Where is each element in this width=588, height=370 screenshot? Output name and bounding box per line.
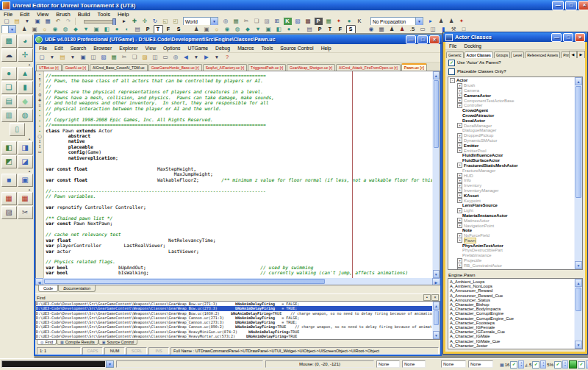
tree-item-crowdattractor[interactable]: CrowdAttractor bbox=[448, 113, 574, 118]
cut-icon[interactable]: ✂ bbox=[120, 53, 129, 62]
browser-tab-referenced-assets[interactable]: Referenced Assets bbox=[525, 51, 560, 58]
viewport-shade-icon[interactable]: ◐ bbox=[295, 25, 304, 34]
paste-icon[interactable]: ▨ bbox=[140, 53, 150, 62]
gutter-icon[interactable]: ↧ bbox=[37, 144, 43, 149]
file-tab-gearai[interactable]: GearAI.uc [r] bbox=[62, 64, 89, 71]
gutter-icon[interactable]: ▪ bbox=[37, 113, 43, 118]
browser-tab-generic[interactable]: Generic bbox=[446, 51, 464, 58]
viewport-grid-icon[interactable]: ▤ bbox=[305, 25, 315, 34]
ude-menu-item-search[interactable]: Search bbox=[67, 46, 90, 51]
scroll-up-icon[interactable]: ▲ bbox=[575, 77, 582, 85]
list-item[interactable]: A_Character_Jester bbox=[448, 344, 574, 348]
find-result-row[interactable]: D:\UE3-Code\Development\Src\GearGameCont… bbox=[36, 311, 432, 316]
select-inside-icon[interactable]: ▦ bbox=[1, 192, 17, 205]
code-line[interactable]: // Pawns have a mesh, collision, and phy… bbox=[46, 95, 431, 100]
ude-menu-item-options[interactable]: Options bbox=[159, 46, 184, 51]
tree-item-inventorymanager[interactable]: +InventoryManager bbox=[448, 188, 574, 193]
tree-item-droppedpickup[interactable]: +DroppedPickup bbox=[448, 133, 574, 138]
minimize-button[interactable]: — bbox=[406, 35, 416, 44]
add-special-icon[interactable]: ■ bbox=[1, 174, 17, 187]
tree-item-decalactor[interactable]: DecalActor bbox=[448, 118, 574, 123]
tree-item-matineeactor[interactable]: +MatineeActor bbox=[448, 218, 574, 223]
far-clip-slider[interactable] bbox=[84, 20, 116, 24]
code-editor[interactable]: ▪¶ƒ◦Φ✚≡▪▪▪▪▪◯↥↧▭ //=====================… bbox=[35, 71, 440, 278]
terrain-mode-icon[interactable]: ☁ bbox=[1, 49, 17, 62]
find-panel-header[interactable]: Find • × bbox=[35, 293, 440, 301]
forward-dropdown-icon[interactable]: ▾ bbox=[212, 53, 222, 62]
ude-menu-item-help[interactable]: Help bbox=[318, 46, 335, 51]
expand-icon[interactable]: + bbox=[457, 103, 462, 108]
scrollbar-thumb[interactable] bbox=[434, 80, 439, 148]
tree-item-fluidinfluenceactor[interactable]: FluidInfluenceActor bbox=[448, 153, 574, 158]
viewport-dot-icon[interactable]: ● bbox=[284, 25, 294, 34]
class-browser-icon[interactable]: ▧ bbox=[99, 53, 109, 62]
expand-icon[interactable]: + bbox=[457, 208, 462, 213]
tree-item-decalmanager[interactable]: +DecalManager bbox=[448, 123, 574, 128]
code-line[interactable]: var const float MaxStepHeight, bbox=[46, 166, 431, 171]
file-tab-triggeredpath[interactable]: TriggeredPath.uc [r] bbox=[248, 64, 286, 71]
expand-icon[interactable]: + bbox=[457, 163, 462, 168]
browser-tab-actor-classes[interactable]: Actor Classes bbox=[465, 51, 493, 58]
frame-brush-icon[interactable]: ▯ bbox=[10, 123, 25, 136]
code-line[interactable]: // bbox=[46, 84, 431, 89]
scroll-up-icon[interactable]: ▲ bbox=[575, 279, 582, 287]
code-line[interactable]: var bool bIsWalking; // currently walkin… bbox=[46, 270, 431, 275]
checked-checkbox[interactable]: ✓ bbox=[448, 60, 455, 66]
layout-one-icon[interactable]: ▭ bbox=[418, 25, 428, 34]
gutter-icon[interactable]: ▪ bbox=[37, 129, 43, 134]
code-line[interactable]: // cache net relevancy test bbox=[46, 232, 431, 237]
add-volume-icon[interactable]: ▣ bbox=[18, 174, 33, 187]
workspace-icon[interactable]: ◫ bbox=[89, 53, 98, 62]
file-tab-gearweap_shotgun[interactable]: GearWeap_Shotgun.uc [r] bbox=[287, 64, 335, 71]
maximize-button[interactable]: □ bbox=[565, 1, 577, 10]
tree-item-fluidsurfaceactor[interactable]: FluidSurfaceActor bbox=[448, 158, 574, 163]
camera-speed-icon[interactable]: ▣ bbox=[30, 25, 40, 34]
actor-classes-titlebar[interactable]: Actor Classes — □ × bbox=[443, 32, 587, 42]
minimize-button[interactable]: — bbox=[551, 33, 562, 42]
file-tab-aicmd_base_coverai_tdm[interactable]: AICmd_Base_CoverAI_TDM.uc bbox=[90, 64, 148, 71]
tree-item-info[interactable]: +Info bbox=[448, 178, 574, 183]
viewport-size-combo[interactable]: ▼ bbox=[1, 25, 16, 34]
tree-item-emitter[interactable]: +Emitter bbox=[448, 143, 574, 148]
browser-tab-level[interactable]: Level bbox=[511, 51, 524, 58]
gutter-icon[interactable]: ▪ bbox=[37, 118, 43, 124]
code-line[interactable]: // Copyright 1998-2008 Epic Games, Inc. … bbox=[46, 117, 431, 122]
cone-brush-icon[interactable]: ▲ bbox=[18, 67, 33, 80]
tree-item-rb_cylindricalforceactor[interactable]: +RB_CylindricalForceActor bbox=[448, 268, 574, 269]
viewport-half-icon[interactable]: ◧ bbox=[274, 25, 284, 34]
ude-menu-item-explorer[interactable]: Explorer bbox=[115, 46, 141, 51]
viewport-letter-t[interactable]: T bbox=[154, 25, 163, 34]
scroll-down-icon[interactable]: ▼ bbox=[575, 341, 582, 349]
select-cull-icon[interactable]: ▦ bbox=[18, 192, 33, 205]
tree-item-componenttestactorbase[interactable]: +ComponentTestActorBase bbox=[448, 98, 574, 103]
tree-item-navigationpoint[interactable]: +NavigationPoint bbox=[448, 223, 574, 228]
tab-find[interactable]: ◎Find bbox=[37, 340, 57, 345]
camera-mode-icon[interactable]: ▩ bbox=[1, 35, 17, 48]
tree-item-cameraactor[interactable]: +CameraActor bbox=[448, 93, 574, 98]
lighting-icon[interactable]: ☼ bbox=[40, 25, 50, 34]
cards-brush-icon[interactable]: ▤ bbox=[1, 95, 17, 108]
maximize-button[interactable]: □ bbox=[417, 35, 428, 44]
scrollbar-thumb[interactable] bbox=[44, 279, 325, 284]
autosave-checkbox[interactable]: ✓ bbox=[578, 361, 585, 369]
code-line[interactable]: var const float WalkableFloorZ; /** mini… bbox=[46, 177, 431, 182]
gutter-icon[interactable]: ▪ bbox=[37, 108, 43, 113]
viewport-grid-icon[interactable]: ▤ bbox=[133, 25, 143, 34]
brush-clip-tool-icon[interactable]: ✂ bbox=[18, 206, 33, 219]
gutter-icon[interactable]: ≡ bbox=[37, 103, 43, 108]
new-dropdown-icon[interactable]: ▾ bbox=[48, 53, 57, 62]
open-file-icon[interactable]: ▤ bbox=[58, 53, 68, 62]
ude-menu-item-edit[interactable]: Edit bbox=[51, 46, 67, 51]
code-line[interactable]: var bool bUpAndOut; // used by swimming bbox=[46, 265, 431, 270]
code-line[interactable]: var const Pawn NextPawn; bbox=[46, 221, 431, 226]
code-line[interactable]: // bbox=[46, 111, 431, 116]
tree-item-light[interactable]: +Light bbox=[448, 208, 574, 213]
curved-sheet-icon[interactable]: ▥ bbox=[1, 109, 17, 122]
expand-icon[interactable]: + bbox=[457, 123, 462, 128]
viewport-wire-icon[interactable]: ◍ bbox=[233, 25, 243, 34]
viewport-sphere-icon[interactable]: ◉ bbox=[223, 25, 232, 34]
find-icon[interactable]: ◎ bbox=[171, 53, 181, 62]
close-icon[interactable]: × bbox=[431, 294, 439, 301]
viewport-letter-p[interactable]: P bbox=[143, 25, 153, 34]
tree-item-dialoguemanager[interactable]: DialogueManager bbox=[448, 128, 574, 133]
